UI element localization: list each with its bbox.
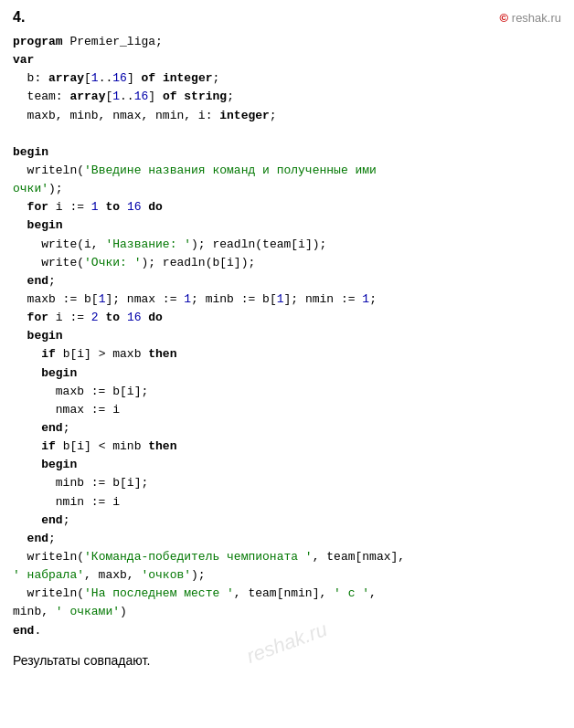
site-logo: © reshak.ru (500, 11, 561, 25)
code-block: program Premier_liga; var b: array[1..16… (13, 33, 561, 640)
problem-number: 4. (13, 9, 25, 26)
result-text: Результаты совпадают. (13, 653, 561, 668)
page-header: 4. © reshak.ru (13, 9, 561, 26)
